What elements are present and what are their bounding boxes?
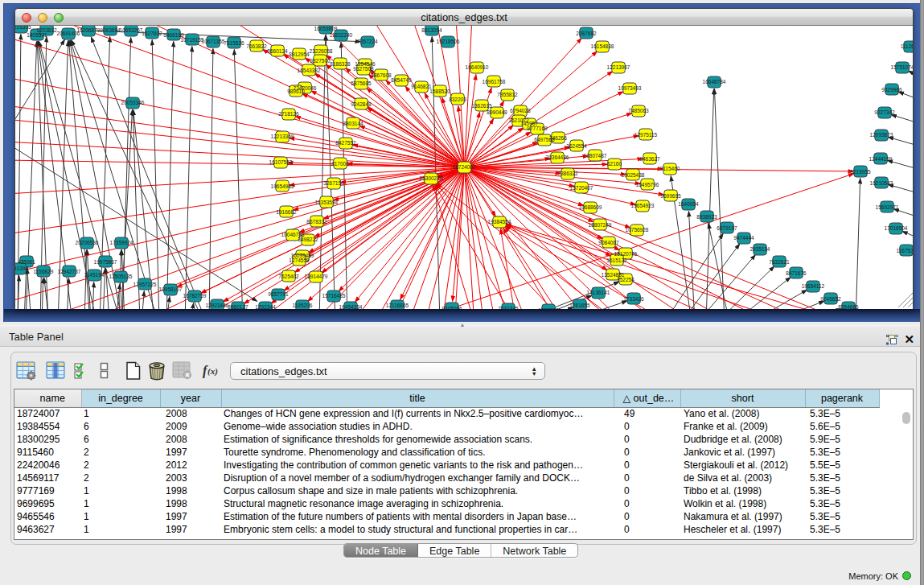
svg-text:8938923: 8938923 xyxy=(696,214,717,220)
svg-text:3267150: 3267150 xyxy=(323,180,344,186)
svg-text:8186328: 8186328 xyxy=(330,61,351,67)
svg-text:15716485: 15716485 xyxy=(322,293,346,299)
svg-text:12213369: 12213369 xyxy=(271,134,294,139)
svg-text:8354666: 8354666 xyxy=(838,304,859,309)
svg-text:3498222: 3498222 xyxy=(298,237,318,242)
svg-text:1916682: 1916682 xyxy=(276,209,297,215)
svg-text:19384554: 19384554 xyxy=(488,219,511,225)
svg-text:2935114: 2935114 xyxy=(750,246,770,252)
svg-text:9084067: 9084067 xyxy=(598,240,619,245)
svg-text:7031345: 7031345 xyxy=(498,306,519,309)
svg-text:7386322: 7386322 xyxy=(557,171,578,176)
svg-text:9474444: 9474444 xyxy=(733,235,754,241)
svg-text:8427552: 8427552 xyxy=(335,140,356,146)
svg-text:20206536: 20206536 xyxy=(76,240,99,245)
svg-text:16107553: 16107553 xyxy=(269,159,293,165)
svg-text:252254: 252254 xyxy=(617,277,634,282)
svg-text:435061: 435061 xyxy=(18,259,35,265)
svg-text:1203300: 1203300 xyxy=(538,307,559,309)
svg-text:16640910: 16640910 xyxy=(466,64,489,70)
svg-text:1615132: 1615132 xyxy=(606,257,627,263)
svg-text:1292344: 1292344 xyxy=(255,304,276,309)
svg-text:1281655: 1281655 xyxy=(569,303,590,308)
svg-text:2803144: 2803144 xyxy=(343,121,363,126)
svg-text:19975867: 19975867 xyxy=(94,259,117,265)
svg-text:9463627: 9463627 xyxy=(639,156,660,162)
svg-text:16210643: 16210643 xyxy=(870,180,893,186)
svg-text:1640954: 1640954 xyxy=(678,201,699,207)
svg-text:2087682: 2087682 xyxy=(576,31,597,36)
svg-text:7955812: 7955812 xyxy=(497,92,518,97)
svg-text:10807487: 10807487 xyxy=(584,153,607,159)
svg-text:7357224: 7357224 xyxy=(357,39,378,44)
svg-text:16543382: 16543382 xyxy=(298,68,321,73)
svg-text:8678332: 8678332 xyxy=(306,219,327,225)
svg-text:12505135: 12505135 xyxy=(109,274,133,279)
svg-text:19654985: 19654985 xyxy=(271,183,294,189)
svg-text:12116865: 12116865 xyxy=(386,303,409,308)
svg-text:16454334: 16454334 xyxy=(339,304,363,309)
svg-text:12093873: 12093873 xyxy=(870,132,893,138)
svg-text:14136141: 14136141 xyxy=(587,290,610,295)
svg-text:7663822: 7663822 xyxy=(246,43,267,49)
svg-text:1203812: 1203812 xyxy=(36,27,57,33)
svg-text:817006: 817006 xyxy=(331,161,349,167)
svg-text:1405571: 1405571 xyxy=(27,32,47,38)
svg-text:16648784: 16648784 xyxy=(703,79,726,84)
svg-text:6879197: 6879197 xyxy=(717,225,737,231)
svg-text:9327508: 9327508 xyxy=(353,66,374,72)
svg-text:10756928: 10756928 xyxy=(626,227,649,233)
svg-text:10973493: 10973493 xyxy=(618,85,642,91)
svg-text:16053809: 16053809 xyxy=(314,26,338,31)
svg-text:20053346: 20053346 xyxy=(121,100,145,105)
svg-text:9777169: 9777169 xyxy=(527,126,548,131)
svg-text:1588520: 1588520 xyxy=(429,89,450,94)
svg-text:1145194: 1145194 xyxy=(84,272,105,278)
svg-text:1167533: 1167533 xyxy=(897,248,913,253)
svg-text:5875685: 5875685 xyxy=(351,80,372,86)
svg-text:7485063: 7485063 xyxy=(628,108,649,113)
svg-text:6497568: 6497568 xyxy=(534,137,555,142)
svg-text:2215305: 2215305 xyxy=(15,26,31,30)
svg-text:10653267: 10653267 xyxy=(120,27,143,33)
svg-text:10025438: 10025438 xyxy=(622,172,645,178)
svg-text:1112609: 1112609 xyxy=(901,43,913,49)
svg-text:12923446: 12923446 xyxy=(206,303,229,308)
svg-text:17359924: 17359924 xyxy=(110,240,133,245)
svg-text:9329966: 9329966 xyxy=(881,87,902,93)
svg-text:10688609: 10688609 xyxy=(579,204,602,210)
svg-text:18807249: 18807249 xyxy=(589,222,612,228)
svg-text:19218506: 19218506 xyxy=(437,39,460,44)
svg-text:10719155: 10719155 xyxy=(181,37,204,43)
svg-text:10654112: 10654112 xyxy=(802,283,825,289)
svg-text:16154838: 16154838 xyxy=(591,43,614,49)
svg-text:9146821: 9146821 xyxy=(411,84,432,89)
svg-text:8813054: 8813054 xyxy=(421,27,442,33)
svg-text:7632621: 7632621 xyxy=(769,259,790,265)
svg-text:16495796: 16495796 xyxy=(636,182,659,187)
svg-text:9699695: 9699695 xyxy=(660,193,681,199)
svg-text:18724007: 18724007 xyxy=(453,164,476,170)
svg-text:1527602: 1527602 xyxy=(142,31,162,36)
svg-text:11832240: 11832240 xyxy=(330,32,353,38)
svg-text:989610: 989610 xyxy=(287,89,305,94)
svg-text:15751074: 15751074 xyxy=(891,64,913,70)
svg-text:(x): (x) xyxy=(207,366,218,377)
svg-text:9063684: 9063684 xyxy=(100,27,121,33)
svg-text:7515526: 7515526 xyxy=(224,40,244,46)
svg-text:1195206: 1195206 xyxy=(293,303,313,308)
svg-text:9115460: 9115460 xyxy=(660,166,680,171)
svg-text:8471676: 8471676 xyxy=(786,270,807,276)
svg-text:16782759: 16782759 xyxy=(183,293,207,299)
svg-text:12213967: 12213967 xyxy=(607,64,630,70)
svg-text:17957225: 17957225 xyxy=(133,282,157,287)
svg-text:8215955: 8215955 xyxy=(850,169,871,175)
svg-text:8660124: 8660124 xyxy=(267,48,288,54)
svg-text:62160: 62160 xyxy=(607,161,622,167)
svg-text:1362615: 1362615 xyxy=(471,103,492,109)
svg-text:8454749: 8454749 xyxy=(391,77,412,83)
svg-text:9227342: 9227342 xyxy=(874,109,895,115)
svg-text:1733426: 1733426 xyxy=(623,296,644,302)
svg-text:19654923: 19654923 xyxy=(631,203,655,208)
svg-text:16120746: 16120746 xyxy=(614,251,638,257)
